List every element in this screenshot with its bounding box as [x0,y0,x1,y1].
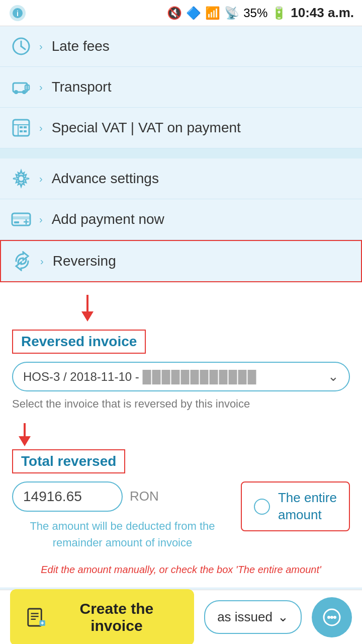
dropdown-chevron: ⌄ [328,369,339,384]
amount-input[interactable]: 14916.65 [12,481,123,512]
menu-item-reversing[interactable]: › Reversing [0,240,362,282]
clock: 10:43 a.m. [291,5,354,21]
svg-point-9 [22,90,26,94]
menu-item-late-fees[interactable]: › Late fees [0,26,362,67]
reversed-invoice-dropdown[interactable]: HOS-3 / 2018-11-10 - ████████████ ⌄ [12,362,350,391]
create-invoice-icon [26,606,47,628]
wifi-icon: 📶 [205,6,220,20]
deduct-hint: The amount will be deducted from the rem… [12,518,233,551]
entire-amount-label: The entireamount [278,490,337,524]
create-invoice-label: Create the invoice [55,600,178,634]
as-issued-button[interactable]: as issued ⌄ [204,600,302,634]
currency-label: RON [130,489,159,504]
svg-marker-24 [81,311,94,321]
transport-chevron: › [39,82,43,93]
signal-icon: 📡 [224,6,239,20]
reversing-label: Reversing [53,253,116,269]
edit-hint: Edit the amount manually, or check the b… [12,564,350,576]
entire-amount-option[interactable]: The entireamount [241,481,350,532]
total-reversed-title: Total reversed [21,453,116,469]
advance-settings-label: Advance settings [52,171,159,187]
chat-fab-button[interactable] [312,597,352,637]
arrow-indicator-2 [12,421,350,446]
as-issued-label: as issued [217,609,273,625]
advance-settings-chevron: › [39,173,43,185]
add-payment-chevron: › [39,214,43,225]
arrow-down-1 [72,292,103,323]
svg-point-42 [330,616,333,619]
svg-point-17 [18,176,24,182]
svg-rect-13 [20,126,23,128]
late-fees-label: Late fees [52,38,110,54]
status-bar: i 🔇 🔷 📶 📡 35% 🔋 10:43 a.m. [0,0,362,26]
chat-icon [321,606,343,628]
as-issued-chevron: ⌄ [278,609,289,625]
battery-text: 35% [243,6,267,20]
menu-item-advance-settings[interactable]: › Advance settings [0,158,362,199]
battery-icon: 🔋 [272,6,287,20]
gap-1 [0,148,362,158]
svg-rect-33 [28,608,41,625]
advance-settings-icon [10,168,32,190]
svg-line-5 [21,46,25,49]
reversed-invoice-title-box: Reversed invoice [12,330,146,354]
svg-rect-15 [24,126,27,128]
svg-rect-14 [20,130,23,132]
menu-section-top: › Late fees › Transport [0,26,362,148]
total-reversed-title-box: Total reversed [12,449,125,473]
arrow-down-2 [12,421,37,446]
app-icon: i [8,4,27,23]
arrow-indicator-1 [12,292,350,325]
svg-text:i: i [17,10,19,18]
reversing-expanded: Reversed invoice HOS-3 / 2018-11-10 - ██… [0,282,362,588]
add-payment-label: Add payment now [52,211,164,227]
bottom-bar: Create the invoice as issued ⌄ [0,590,362,644]
svg-rect-20 [14,221,19,223]
reversing-icon [11,250,33,272]
transport-label: Transport [52,79,112,95]
menu-item-add-payment[interactable]: › Add payment now [0,199,362,240]
entire-amount-radio[interactable] [254,499,270,515]
reversed-invoice-title: Reversed invoice [21,334,137,349]
menu-item-vat[interactable]: › Special VAT | VAT on payment [0,108,362,148]
status-left: i [8,4,27,23]
amount-input-section: 14916.65 RON The amount will be deducted… [12,481,233,556]
late-fees-chevron: › [39,41,43,52]
mute-icon: 🔇 [167,6,182,20]
dropdown-value: HOS-3 / 2018-11-10 - ████████████ [23,370,328,384]
svg-point-41 [327,616,330,619]
svg-point-43 [333,616,336,619]
svg-marker-26 [19,436,31,446]
reversing-chevron: › [40,256,44,267]
vat-label: Special VAT | VAT on payment [52,120,241,136]
menu-item-transport[interactable]: › Transport [0,67,362,108]
svg-rect-16 [24,130,27,132]
status-right: 🔇 🔷 📶 📡 35% 🔋 10:43 a.m. [167,5,354,21]
late-fees-icon [10,35,32,57]
vat-chevron: › [39,122,43,134]
reversed-invoice-hint: Select the invoice that is reversed by t… [12,396,350,412]
svg-rect-19 [12,216,30,219]
svg-point-8 [14,90,18,94]
bluetooth-icon: 🔷 [186,6,201,20]
vat-icon [10,117,32,139]
amount-section: 14916.65 RON The amount will be deducted… [12,481,350,556]
add-payment-icon [10,208,32,230]
create-invoice-button[interactable]: Create the invoice [10,589,194,645]
amount-input-row: 14916.65 RON [12,481,233,512]
transport-icon [10,76,32,98]
content-area: › Late fees › Transport [0,26,362,644]
